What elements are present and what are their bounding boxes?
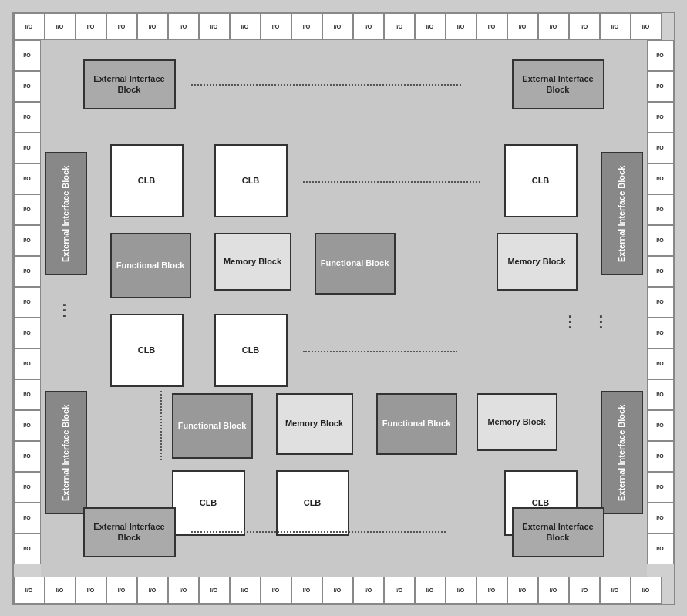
memory-block-r4c1: Memory Block (276, 393, 353, 455)
io-cell: I/O (291, 577, 322, 604)
ext-interface-block-bot-left: External Interface Block (83, 507, 176, 557)
io-cell: I/O (384, 13, 415, 40)
functional-block-r2c2: Functional Block (315, 233, 396, 295)
io-cell: I/O (199, 577, 230, 604)
io-left-border: I/OI/OI/OI/OI/OI/OI/OI/OI/OI/OI/OI/OI/OI… (14, 40, 41, 577)
io-cell: I/O (14, 472, 41, 503)
io-cell: I/O (14, 534, 41, 564)
io-cell: I/O (647, 133, 674, 163)
clb-r1c2: CLB (214, 144, 288, 217)
io-bottom-border: I/OI/OI/OI/OI/OI/OI/OI/OI/OI/OI/OI/OI/OI… (14, 577, 674, 604)
io-cell: I/O (538, 13, 569, 40)
io-cell: I/O (106, 577, 137, 604)
io-cell: I/O (322, 577, 353, 604)
functional-block-r4c2: Functional Block (376, 393, 457, 455)
io-cell: I/O (477, 577, 507, 604)
io-cell: I/O (569, 577, 600, 604)
vdots-right-mid: ⋮ (562, 314, 578, 329)
io-cell: I/O (76, 577, 106, 604)
io-cell: I/O (647, 472, 674, 503)
vdotted-row4-left (160, 391, 162, 460)
io-cell: I/O (647, 225, 674, 256)
io-cell: I/O (291, 13, 322, 40)
io-cell: I/O (199, 13, 230, 40)
clb-r3c1: CLB (110, 314, 184, 387)
io-cell: I/O (261, 13, 291, 40)
io-cell: I/O (600, 13, 631, 40)
io-cell: I/O (261, 577, 291, 604)
functional-block-r4c1: Functional Block (172, 393, 253, 459)
io-cell: I/O (14, 13, 45, 40)
io-cell: I/O (230, 577, 261, 604)
clb-r3c2: CLB (214, 314, 288, 387)
io-cell: I/O (137, 577, 168, 604)
io-cell: I/O (322, 13, 353, 40)
io-cell: I/O (647, 441, 674, 472)
io-cell: I/O (14, 503, 41, 534)
io-cell: I/O (14, 71, 41, 102)
io-cell: I/O (446, 577, 477, 604)
ext-interface-block-top-right: External Interface Block (512, 59, 604, 109)
io-cell: I/O (106, 13, 137, 40)
ext-interface-block-bot-right: External Interface Block (512, 507, 604, 557)
io-cell: I/O (384, 577, 415, 604)
io-cell: I/O (14, 256, 41, 287)
io-cell: I/O (76, 13, 106, 40)
io-cell: I/O (14, 379, 41, 410)
io-cell: I/O (647, 534, 674, 564)
io-cell: I/O (14, 410, 41, 441)
io-cell: I/O (415, 13, 446, 40)
io-cell: I/O (14, 102, 41, 133)
memory-block-r2c1: Memory Block (214, 233, 291, 291)
ext-interface-block-mid-right: External Interface Block (601, 152, 643, 275)
functional-block-r2c1: Functional Block (110, 233, 191, 298)
clb-r5c2: CLB (276, 470, 349, 536)
io-cell: I/O (647, 163, 674, 194)
memory-block-r4c2: Memory Block (477, 393, 557, 451)
inner-area: External Interface Block External Interf… (41, 40, 647, 577)
io-cell: I/O (477, 13, 507, 40)
io-cell: I/O (507, 577, 538, 604)
io-cell: I/O (600, 577, 631, 604)
io-cell: I/O (647, 410, 674, 441)
io-cell: I/O (14, 287, 41, 318)
clb-r5c1: CLB (172, 470, 245, 536)
chip-container: I/OI/OI/OI/OI/OI/OI/OI/OI/OI/OI/OI/OI/OI… (12, 12, 675, 605)
io-cell: I/O (14, 133, 41, 163)
dotted-line-row1 (303, 181, 480, 183)
vdots-left: ⋮ (56, 302, 72, 318)
io-cell: I/O (647, 287, 674, 318)
io-cell: I/O (14, 40, 41, 71)
memory-block-r2c2: Memory Block (497, 233, 578, 291)
io-cell: I/O (353, 13, 384, 40)
io-cell: I/O (647, 379, 674, 410)
clb-r1c3: CLB (504, 144, 578, 217)
io-cell: I/O (14, 348, 41, 379)
io-cell: I/O (168, 13, 199, 40)
clb-r1c1: CLB (110, 144, 184, 217)
ext-interface-block-lower-right: External Interface Block (601, 391, 643, 514)
io-cell: I/O (647, 71, 674, 102)
io-right-border: I/OI/OI/OI/OI/OI/OI/OI/OI/OI/OI/OI/OI/OI… (647, 40, 674, 577)
io-cell: I/O (538, 577, 569, 604)
io-cell: I/O (137, 13, 168, 40)
io-cell: I/O (647, 348, 674, 379)
io-cell: I/O (45, 577, 76, 604)
io-cell: I/O (14, 194, 41, 225)
io-cell: I/O (631, 13, 662, 40)
io-cell: I/O (353, 577, 384, 604)
io-cell: I/O (647, 256, 674, 287)
io-cell: I/O (14, 577, 45, 604)
io-cell: I/O (647, 194, 674, 225)
io-cell: I/O (168, 577, 199, 604)
io-cell: I/O (230, 13, 261, 40)
io-cell: I/O (569, 13, 600, 40)
dotted-line-bottom (191, 531, 446, 533)
io-cell: I/O (631, 577, 662, 604)
io-cell: I/O (446, 13, 477, 40)
io-cell: I/O (647, 318, 674, 348)
io-cell: I/O (45, 13, 76, 40)
io-cell: I/O (14, 225, 41, 256)
io-cell: I/O (647, 503, 674, 534)
io-cell: I/O (14, 163, 41, 194)
